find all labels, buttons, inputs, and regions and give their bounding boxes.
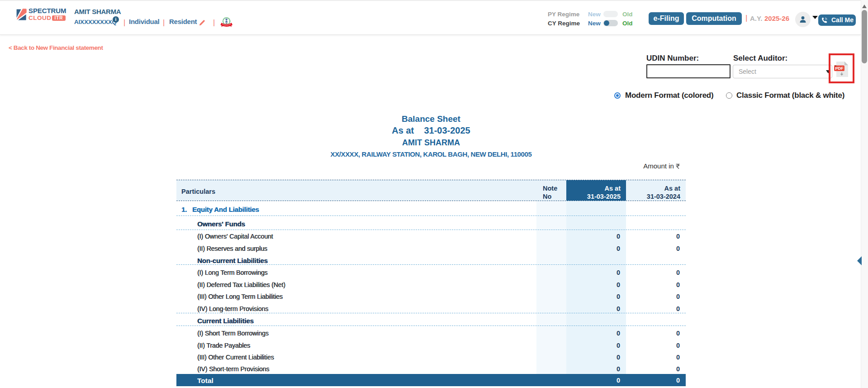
svg-text:PDF: PDF (835, 66, 844, 71)
